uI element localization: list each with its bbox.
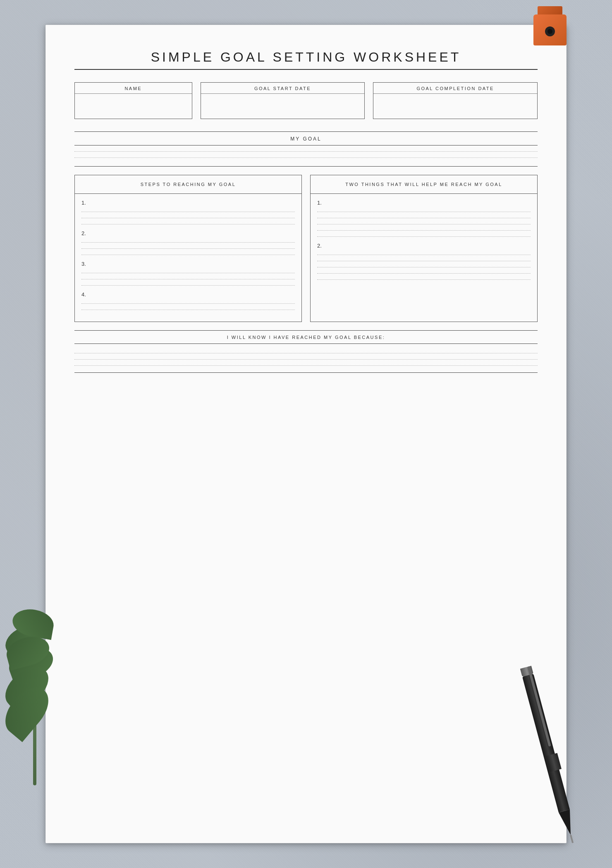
step-1: 1. [81,200,295,224]
my-goal-bottom-divider [74,145,538,145]
title-divider [74,69,538,70]
completion-date-label: GOAL COMPLETION DATE [373,83,537,94]
completion-date-content[interactable] [373,94,537,119]
thing-2-number: 2. [317,243,531,249]
plant-decoration [0,579,83,785]
step-2: 2. [81,230,295,255]
thing-1: 1. [317,200,531,237]
t1l1 [317,212,531,212]
step-3-number: 3. [81,261,295,267]
step-2-number: 2. [81,230,295,236]
two-things-header: TWO THINGS THAT WILL HELP ME REACH MY GO… [311,175,537,194]
sharpener-decoration [533,4,567,45]
step-4: 4. [81,291,295,310]
start-date-content[interactable] [201,94,365,119]
s1l2 [81,218,295,218]
t2l4 [317,273,531,274]
steps-box: STEPS TO REACHING MY GOAL 1. 2. [74,175,302,322]
bl3 [74,365,538,366]
s2l2 [81,248,295,249]
goal-lines-area [74,151,538,158]
step-1-number: 1. [81,200,295,206]
bottom-label: I WILL KNOW I HAVE REACHED MY GOAL BECAU… [74,330,538,344]
bl1 [74,353,538,353]
s3l3 [81,285,295,286]
start-date-box: GOAL START DATE [201,82,365,119]
s2l3 [81,255,295,255]
two-things-body: 1. 2. [311,194,537,291]
t1l5 [317,236,531,237]
goal-line-1 [74,151,538,152]
t2l5 [317,279,531,280]
s2l1 [81,242,295,243]
t1l4 [317,230,531,231]
start-date-label: GOAL START DATE [201,83,365,94]
goal-line-2 [74,157,538,158]
thing-2: 2. [317,243,531,280]
step-3: 3. [81,261,295,286]
step-1-lines [81,212,295,224]
bl2 [74,359,538,360]
final-divider [74,372,538,373]
thing-1-number: 1. [317,200,531,206]
steps-header: STEPS TO REACHING MY GOAL [75,175,301,194]
s3l2 [81,279,295,279]
name-content[interactable] [75,94,192,119]
completion-date-box: GOAL COMPLETION DATE [373,82,538,119]
step-3-lines [81,273,295,286]
name-label: NAME [75,83,192,94]
worksheet-title: SIMPLE GOAL SETTING WORKSHEET [74,50,538,65]
t1l3 [317,224,531,224]
thing-1-lines [317,212,531,237]
step-2-lines [81,242,295,255]
s3l1 [81,273,295,273]
bottom-section: I WILL KNOW I HAVE REACHED MY GOAL BECAU… [74,330,538,373]
thing-2-lines [317,255,531,280]
two-things-box: TWO THINGS THAT WILL HELP ME REACH MY GO… [310,175,538,322]
t1l2 [317,218,531,218]
s1l3 [81,224,295,224]
s1l1 [81,212,295,212]
fields-row: NAME GOAL START DATE GOAL COMPLETION DAT… [74,82,538,119]
t2l3 [317,267,531,267]
columns-section: STEPS TO REACHING MY GOAL 1. 2. [74,175,538,322]
steps-body: 1. 2. 3. [75,194,301,322]
t2l1 [317,255,531,255]
step-4-number: 4. [81,291,295,298]
worksheet-paper: SIMPLE GOAL SETTING WORKSHEET NAME GOAL … [45,25,567,843]
step-4-lines [81,303,295,310]
goal-section-end-divider [74,166,538,167]
my-goal-label: MY GOAL [74,132,538,145]
bottom-lines-area [74,344,538,366]
name-box: NAME [74,82,192,119]
s4l1 [81,303,295,304]
t2l2 [317,261,531,261]
s4l2 [81,310,295,310]
